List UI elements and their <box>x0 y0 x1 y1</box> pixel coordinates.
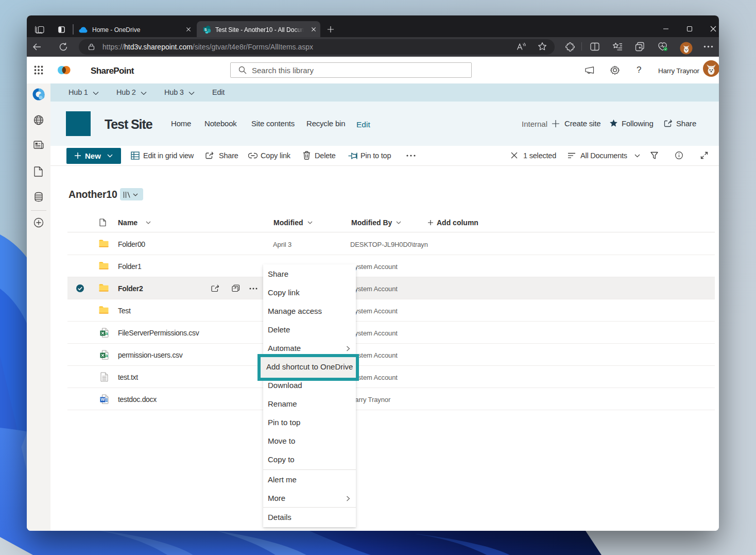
svg-text:a: a <box>105 352 108 358</box>
svg-text:W: W <box>100 397 105 402</box>
svg-text:S: S <box>204 28 207 32</box>
svg-text:a: a <box>105 330 108 336</box>
